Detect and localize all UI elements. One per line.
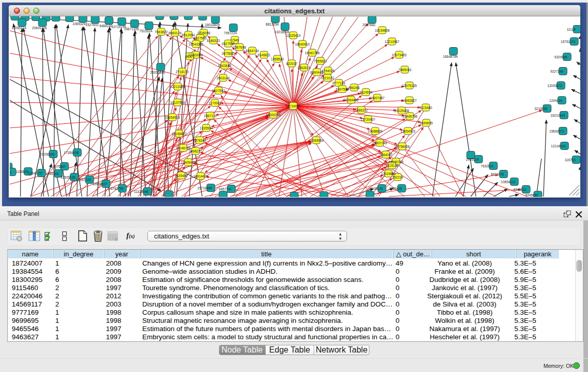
- svg-text:9146821: 9146821: [257, 53, 271, 57]
- svg-text:1527602: 1527602: [85, 23, 99, 27]
- svg-text:3215955: 3215955: [534, 107, 548, 111]
- svg-text:18640910: 18640910: [295, 42, 310, 46]
- svg-text:1362615: 1362615: [297, 66, 311, 70]
- svg-text:7485063: 7485063: [398, 68, 411, 72]
- svg-text:7955822: 7955822: [314, 59, 327, 63]
- svg-text:8454749: 8454749: [246, 49, 259, 53]
- svg-text:1615132: 1615132: [385, 164, 399, 167]
- svg-text:20691406: 20691406: [32, 26, 47, 30]
- svg-text:18807249: 18807249: [373, 141, 387, 145]
- svg-text:16543382: 16543382: [189, 42, 204, 46]
- svg-text:19463627: 19463627: [402, 99, 417, 102]
- svg-text:8427552: 8427552: [212, 89, 225, 93]
- svg-text:6466160: 6466160: [99, 24, 113, 28]
- svg-text:10807487: 10807487: [370, 96, 385, 100]
- svg-text:10973493: 10973493: [392, 53, 407, 57]
- svg-text:14055724: 14055724: [12, 26, 27, 30]
- svg-text:1145193: 1145193: [46, 172, 59, 176]
- svg-text:16782759: 16782759: [109, 187, 124, 190]
- svg-text:9777169: 9777169: [332, 81, 345, 85]
- svg-text:16154808: 16154808: [375, 29, 390, 32]
- svg-text:20364436: 20364436: [344, 98, 359, 102]
- svg-text:3624554: 3624554: [359, 91, 373, 94]
- svg-text:1358520: 1358520: [271, 57, 284, 61]
- svg-text:2718170: 2718170: [176, 70, 189, 74]
- svg-text:18300295: 18300295: [266, 113, 281, 117]
- svg-text:8471076: 8471076: [491, 172, 504, 176]
- svg-text:1621022: 1621022: [321, 76, 334, 80]
- svg-text:116753: 116753: [564, 158, 576, 162]
- svg-text:11325419: 11325419: [286, 34, 301, 37]
- svg-text:20206526: 20206526: [40, 152, 55, 156]
- svg-text:12505135: 12505135: [61, 176, 76, 179]
- svg-text:8878342: 8878342: [193, 139, 206, 142]
- svg-text:9115460: 9115460: [420, 106, 432, 110]
- svg-text:17957223: 17957223: [76, 178, 91, 182]
- svg-text:9227349: 9227349: [550, 70, 563, 73]
- svg-text:9242848: 9242848: [218, 64, 231, 68]
- svg-text:13524851: 13524851: [381, 172, 396, 176]
- svg-text:16648784: 16648784: [443, 55, 458, 58]
- svg-text:16961758: 16961758: [305, 51, 320, 55]
- svg-text:10654112: 10654112: [501, 180, 516, 184]
- svg-text:15692971: 15692971: [550, 129, 564, 133]
- svg-text:2603144: 2603144: [216, 76, 230, 80]
- svg-text:9884067: 9884067: [379, 153, 393, 157]
- svg-text:3226058: 3226058: [197, 31, 210, 35]
- svg-text:15495798: 15495798: [403, 115, 418, 118]
- svg-text:98901: 98901: [185, 55, 194, 58]
- svg-text:7663822: 7663822: [155, 30, 168, 34]
- svg-text:19166827: 19166827: [172, 132, 187, 136]
- svg-text:822037: 822037: [286, 62, 297, 65]
- svg-text:2087682: 2087682: [362, 23, 376, 27]
- svg-text:9457791: 9457791: [219, 187, 232, 191]
- svg-text:7515524: 7515524: [139, 29, 153, 33]
- svg-text:11323446: 11323446: [134, 190, 149, 193]
- svg-text:12975135: 12975135: [402, 84, 417, 87]
- svg-text:20053346: 20053346: [150, 71, 165, 74]
- svg-text:17359928: 17359928: [64, 151, 79, 155]
- svg-text:15409948: 15409948: [181, 161, 196, 164]
- svg-text:12093872: 12093872: [548, 84, 562, 87]
- svg-text:16107554: 16107554: [170, 101, 185, 104]
- svg-text:16914479: 16914479: [193, 174, 208, 178]
- svg-text:2367608: 2367608: [233, 46, 246, 49]
- svg-text:12213967: 12213967: [385, 40, 400, 43]
- svg-text:9327508: 9327508: [222, 42, 235, 46]
- svg-text:11124: 11124: [567, 28, 575, 31]
- svg-text:16120746: 16120746: [389, 160, 404, 164]
- svg-text:15751074: 15751074: [561, 40, 576, 43]
- svg-text:18724007: 18724007: [286, 104, 301, 108]
- svg-text:3675685: 3675685: [222, 52, 235, 55]
- svg-text:9699695: 9699695: [420, 121, 433, 125]
- svg-text:8813054: 8813054: [266, 23, 279, 26]
- svg-text:12342737: 12342737: [28, 171, 43, 175]
- svg-text:15654923: 15654923: [401, 129, 416, 133]
- svg-text:19654923: 19654923: [165, 116, 180, 119]
- svg-text:252214: 252214: [392, 176, 403, 179]
- svg-text:12213389: 12213389: [170, 85, 185, 89]
- svg-text:9498222: 9498222: [189, 149, 202, 153]
- svg-text:1170061: 1170061: [209, 101, 222, 105]
- svg-text:7632621: 7632621: [481, 164, 494, 168]
- svg-text:8186323: 8186323: [207, 39, 220, 42]
- svg-text:14136141: 14136141: [368, 187, 383, 190]
- svg-text:3911411: 3911411: [10, 170, 12, 174]
- svg-text:8912954: 8912954: [182, 33, 195, 37]
- svg-text:9245612: 9245612: [513, 188, 527, 191]
- svg-text:10958107: 10958107: [93, 182, 107, 186]
- svg-text:16210643: 16210643: [551, 114, 565, 117]
- svg-text:9329966: 9329966: [554, 55, 568, 59]
- svg-text:16671355: 16671355: [124, 27, 139, 31]
- svg-text:15720407: 15720407: [361, 118, 376, 121]
- svg-text:12104643: 12104643: [551, 144, 566, 148]
- svg-text:7386372: 7386372: [355, 108, 368, 112]
- svg-text:7625402: 7625402: [175, 174, 188, 178]
- svg-text:1733426: 1733426: [389, 187, 402, 190]
- svg-text:19384554: 19384554: [309, 139, 324, 142]
- svg-text:1156829: 1156829: [16, 170, 29, 173]
- svg-text:6794028: 6794028: [321, 69, 335, 73]
- svg-text:1335594: 1335594: [200, 126, 213, 130]
- svg-text:2867110: 2867110: [204, 114, 217, 118]
- svg-text:15716485: 15716485: [198, 186, 212, 190]
